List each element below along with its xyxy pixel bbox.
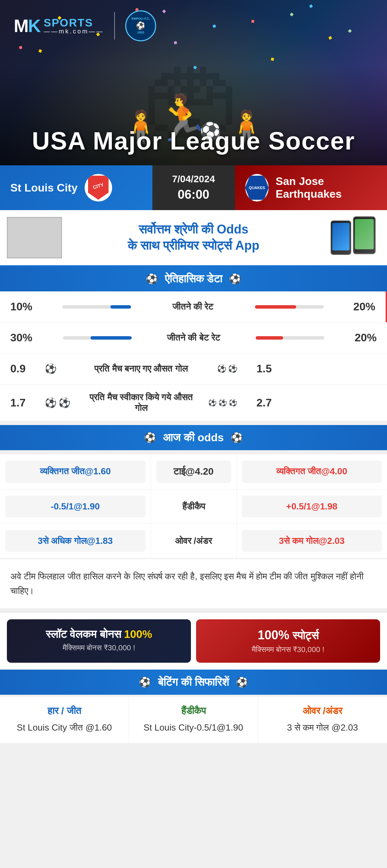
odds-row-win: व्यक्तिगत जीत@1.60 टाई@4.20 व्यक्तिगत जी… — [0, 454, 387, 489]
stat-bet-rate-right-value: 20% — [349, 331, 377, 344]
stat-conceded-icons-right: ⚽ ⚽ ⚽ — [203, 399, 237, 407]
odds-handicap-home-btn[interactable]: -0.5/1@1.90 — [5, 496, 146, 517]
stat-goals-conceded-right: 2.7 — [244, 396, 272, 409]
stat-goals-icons-right: ⚽ ⚽ — [203, 364, 237, 373]
stat-win-rate-right-value: 20% — [348, 300, 375, 313]
phone-mockup-2 — [353, 216, 376, 254]
stat-bar-left-fill — [110, 305, 131, 309]
bet-rec-type-handicap: हैंडीकैप — [136, 705, 251, 717]
stat-bar-right-track — [255, 305, 324, 309]
bet-rec-col-handicap: हैंडीकैप St Louis City-0.5/1@1.90 — [129, 697, 258, 743]
stat-bet-rate-left-value: 30% — [10, 331, 38, 344]
odds-section-header: ⚽ आज की odds ⚽ — [0, 425, 387, 450]
match-time: 06:00 — [178, 187, 209, 202]
ball-icon-left: ⚽ — [146, 273, 158, 285]
header-divider — [114, 12, 115, 40]
odds-handicap-away-btn[interactable]: +0.5/1@1.98 — [242, 496, 382, 517]
empoli-logo: EMPOLI F.C. ⚽ 1920 — [125, 10, 156, 41]
overunder-label: ओवर /अंडर — [175, 536, 212, 546]
mk-logo-text: MK — [14, 16, 40, 36]
match-date: 7/04/2024 — [172, 174, 215, 185]
bet-rec-section-header: ⚽ बेटिंग की सिफारिशें ⚽ — [0, 670, 387, 695]
odds-section-title: आज की odds — [163, 431, 224, 444]
bet-rec-col-overunder: ओवर /अंडर 3 से कम गोल @2.03 — [258, 697, 387, 743]
sports-bonus-subtitle: मैक्सिमम बोनस ₹30,000 ! — [205, 645, 372, 654]
bet-rec-section-title: बेटिंग की सिफारिशें — [158, 676, 229, 689]
stat-row-goals-scored: 0.9 ⚽ प्रति मैच बनाए गए औसत गोल ⚽ ⚽ 1.5 — [0, 353, 387, 384]
odds-away-win-btn[interactable]: व्यक्तिगत जीत@4.00 — [242, 461, 382, 483]
slot-bonus-subtitle: मैक्सिमम बोनस ₹30,000 ! — [15, 643, 182, 652]
phone-mockup-1 — [331, 220, 351, 255]
stat-row-bet-rate: 30% जीतने की बेट रेट 20% — [0, 322, 387, 353]
sports-text: SPORTS ——mk.com—— — [44, 17, 104, 34]
bet-rec-type-overunder: ओवर /अंडर — [265, 705, 380, 717]
home-team-name: St Louis City — [10, 182, 78, 194]
home-team-logo: CITY — [85, 174, 112, 202]
home-team-section: St Louis City CITY — [0, 165, 152, 210]
stat-goals-scored-label: प्रति मैच बनाए गए औसत गोल — [86, 363, 196, 374]
k-letter: K — [28, 16, 40, 36]
stat-bar-left-track — [62, 305, 131, 309]
analysis-section: अवे टीम फिलहाल जीत हासिल करने के लिए संघ… — [0, 558, 387, 608]
stat-goals-conceded-left: 1.7 — [10, 396, 38, 409]
promo-image-placeholder — [7, 217, 62, 258]
bet-rec-col-win: हार / जीत St Louis City जीत @1.60 — [0, 697, 129, 743]
odds-tie-btn[interactable]: टाई@4.20 — [156, 461, 231, 483]
historical-section-title: ऐतिहासिक डेटा — [165, 272, 223, 285]
odds-over-btn[interactable]: 3से अधिक गोल@1.83 — [5, 530, 146, 552]
odds-home-win-btn[interactable]: व्यक्तिगत जीत@1.60 — [5, 461, 146, 483]
stats-table: 10% जीतने की रेट 20% 30% जीतने की बेट रे… — [0, 291, 387, 421]
away-team-logo: QUAKES — [245, 174, 269, 202]
stat-conceded-icons-left: ⚽ ⚽ — [45, 397, 79, 409]
promo-heading: सर्वोत्तम श्रेणी की Odds के साथ प्रीमियर… — [69, 221, 318, 254]
stat-goals-scored-right: 1.5 — [244, 362, 272, 375]
promo-phone-graphic — [325, 217, 380, 258]
analysis-text: अवे टीम फिलहाल जीत हासिल करने के लिए संघ… — [10, 569, 377, 598]
stat-win-rate-label: जीतने की रेट — [138, 301, 248, 312]
stat-bet-bar-left — [90, 336, 132, 340]
bet-rec-ball-left: ⚽ — [139, 676, 151, 688]
bet-rec-section: हार / जीत St Louis City जीत @1.60 हैंडीक… — [0, 696, 387, 743]
banner-title-section: USA Major League Soccer — [0, 127, 387, 155]
bet-rec-value-overunder: 3 से कम गोल @2.03 — [265, 721, 380, 734]
m-letter: M — [14, 16, 28, 36]
away-team-section: QUAKES San Jose Earthquakes — [235, 165, 387, 210]
match-center-info: 7/04/2024 06:00 — [152, 165, 235, 210]
promo-text: सर्वोत्तम श्रेणी की Odds के साथ प्रीमियर… — [69, 221, 318, 254]
slot-bonus-card[interactable]: स्लॉट वेलकम बोनस 100% मैक्सिमम बोनस ₹30,… — [7, 619, 191, 663]
sports-bonus-card[interactable]: 100% स्पोर्ट्स मैक्सिमम बोनस ₹30,000 ! — [196, 619, 380, 663]
odds-section: व्यक्तिगत जीत@1.60 टाई@4.20 व्यक्तिगत जी… — [0, 454, 387, 558]
handicap-label: हैंडीकैप — [182, 501, 205, 512]
stat-win-rate-left-value: 10% — [10, 300, 38, 313]
odds-ball-right: ⚽ — [231, 432, 243, 443]
stat-goals-conceded-label: प्रति मैच स्वीकार किये गये औसत गोल — [86, 392, 196, 413]
bet-rec-value-handicap: St Louis City-0.5/1@1.90 — [136, 721, 251, 734]
banner-title-text: USA Major League Soccer — [32, 127, 355, 155]
odds-row-handicap: -0.5/1@1.90 हैंडीकैप +0.5/1@1.98 — [0, 489, 387, 524]
bet-rec-grid: हार / जीत St Louis City जीत @1.60 हैंडीक… — [0, 696, 387, 743]
bet-rec-type-win: हार / जीत — [7, 705, 122, 717]
brand-logo: MK SPORTS ——mk.com—— EMPOLI F.C. ⚽ 1920 — [14, 10, 156, 41]
bet-rec-value-win: St Louis City जीत @1.60 — [7, 721, 122, 734]
ball-icon-right: ⚽ — [229, 273, 241, 285]
odds-ball-left: ⚽ — [144, 432, 156, 443]
stat-row-goals-conceded: 1.7 ⚽ ⚽ प्रति मैच स्वीकार किये गये औसत ग… — [0, 384, 387, 421]
match-bar: St Louis City CITY 7/04/2024 06:00 QUAKE… — [0, 165, 387, 210]
stat-bet-rate-label: जीतने की बेट रेट — [139, 332, 249, 343]
stat-bar-right-fill — [255, 305, 296, 309]
away-team-name: San Jose Earthquakes — [276, 175, 377, 200]
stat-row-win-rate: 10% जीतने की रेट 20% — [0, 291, 387, 322]
header-banner: MK SPORTS ——mk.com—— EMPOLI F.C. ⚽ 1920 … — [0, 0, 387, 165]
bet-rec-ball-right: ⚽ — [236, 676, 248, 688]
stat-bet-bar-right — [256, 336, 283, 340]
odds-under-btn[interactable]: 3से कम गोल@2.03 — [242, 530, 382, 552]
stat-goals-icons-left: ⚽ — [45, 363, 79, 374]
odds-row-over-under: 3से अधिक गोल@1.83 ओवर /अंडर 3से कम गोल@2… — [0, 524, 387, 558]
stat-goals-scored-left: 0.9 — [10, 362, 38, 375]
bonus-section: स्लॉट वेलकम बोनस 100% मैक्सिमम बोनस ₹30,… — [0, 612, 387, 670]
historical-section-header: ⚽ ऐतिहासिक डेटा ⚽ — [0, 266, 387, 291]
promo-section: सर्वोत्तम श्रेणी की Odds के साथ प्रीमियर… — [0, 210, 387, 266]
